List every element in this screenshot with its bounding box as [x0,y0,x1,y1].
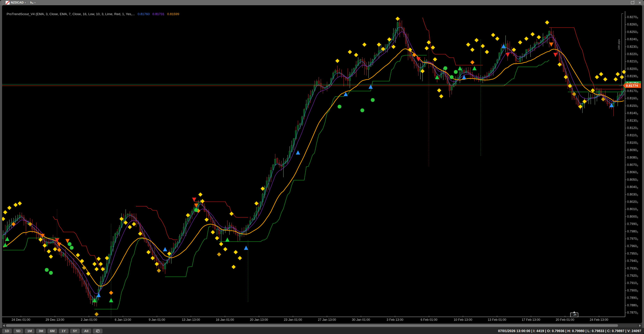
symbol-selector[interactable]: NZDCAD ▾ [6,1,26,4]
indicator-legend[interactable]: ProTrendScout_V4 (EMA, 3, Close, EMA, 7,… [7,12,180,16]
range-button-5d[interactable]: 5D [14,329,23,334]
range-button-1y[interactable]: 1Y [59,329,68,334]
bottom-toolbar: 1D5D1M3M6M1Y5YAll 07/01/2026 13:00:00 | … [0,328,644,334]
title-bar: NZDCAD ▾ h4 ▾ ✕ [0,0,644,5]
bar-period-tag[interactable]: 2h [570,313,578,317]
scrollbar-track[interactable] [6,324,638,327]
popout-icon[interactable] [631,1,634,4]
chart-window: NZDCAD ▾ h4 ▾ ✕ ProTrendScout_V4 (EMA, 3… [0,0,644,334]
scroll-left-arrow-icon[interactable] [3,325,5,327]
range-button-3m[interactable]: 3M [36,329,46,334]
horizontal-scrollbar [2,323,642,328]
instrument-icon [6,1,10,4]
indicator-value-mid: 0.81731 [152,12,164,16]
timeframe-selector[interactable]: h4 ▾ [30,1,36,4]
scrollbar-thumb[interactable] [6,324,618,327]
chevron-down-icon: ▾ [34,1,36,4]
period-tag-notch [573,311,576,313]
range-button-6m[interactable]: 6M [48,329,57,334]
period-tag-label: 2h [573,313,576,317]
range-button-5y[interactable]: 5Y [70,329,80,334]
range-button-all[interactable]: All [82,329,91,334]
status-bar-ohlc: 07/01/2026 13:00:00 | I: 4419 | O: 0.799… [498,329,641,333]
indicator-value-slow: 0.81599 [167,12,179,16]
pips-ruler-label: 100 pips [617,39,620,50]
range-button-1m[interactable]: 1M [25,329,34,334]
grip-icon [572,314,572,316]
chart-panel: ProTrendScout_V4 (EMA, 3, Close, EMA, 7,… [2,5,642,323]
indicator-label: ProTrendScout_V4 (EMA, 3, Close, EMA, 7,… [7,12,135,16]
go-to-date-button[interactable] [93,329,102,334]
last-price-tag: 0.81774 [623,83,641,88]
indicator-value-fast: 0.81760 [138,12,150,16]
timeframe-label: h4 [30,1,33,4]
symbol-label: NZDCAD [11,1,24,4]
close-icon[interactable]: ✕ [638,1,641,4]
drag-handle-icon[interactable] [2,0,4,5]
chevron-down-icon: ▾ [25,1,26,4]
calendar-icon [96,329,100,333]
range-button-1d[interactable]: 1D [2,329,12,334]
scroll-right-arrow-icon[interactable] [639,325,641,327]
price-chart-canvas[interactable] [2,5,642,323]
